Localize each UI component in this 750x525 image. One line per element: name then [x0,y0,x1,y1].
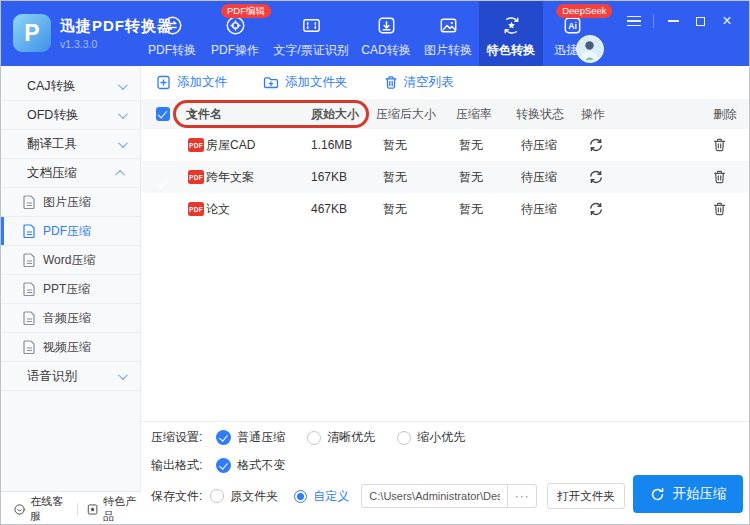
radio-empty-icon [307,431,321,445]
footer-label: 在线客服 [30,494,68,524]
compressed-size: 暂无 [383,201,407,218]
minimize-icon[interactable] [665,13,681,29]
check-circle-icon [216,458,231,473]
delete-trash-icon[interactable] [712,138,727,153]
clear-list-button[interactable]: 清空列表 [384,74,454,91]
option-original-folder[interactable]: 原文件夹 [210,488,278,505]
sidebar-item-pdf-compress[interactable]: PDF压缩 [1,217,140,246]
option-label: 普通压缩 [237,429,285,446]
file-toolbar: 添加文件 添加文件夹 清空列表 [156,66,454,99]
save-path-input[interactable] [361,484,507,508]
online-support-link[interactable]: 在线客服 [14,494,68,524]
footer-label: 特色产品 [103,494,141,524]
tab-label: 图片转换 [424,42,472,59]
refresh-icon[interactable] [588,169,604,185]
header-action: 操作 [581,106,605,123]
tab-image-convert[interactable]: 图片转换 [417,1,479,66]
button-label: 添加文件夹 [285,74,348,91]
sidebar-item-image-compress[interactable]: 图片压缩 [1,188,140,217]
pdf-file-icon: PDF [188,170,204,184]
header-delete: 删除 [713,106,737,123]
tab-pdf-edit[interactable]: PDF编辑 PDF操作 [203,1,267,66]
delete-trash-icon[interactable] [712,202,727,217]
sidebar-group-translate[interactable]: 翻译工具 [1,130,140,159]
main-panel: 添加文件 添加文件夹 清空列表 文件名 原始大小 压缩后 [141,66,750,525]
original-size: 167KB [311,170,347,184]
open-folder-button[interactable]: 打开文件夹 [547,483,625,509]
download-square-icon [375,14,398,37]
select-all-checkbox[interactable] [156,107,170,121]
table-header: 文件名 原始大小 压缩后大小 压缩率 转换状态 操作 删除 [141,99,750,129]
document-icon [23,224,36,238]
refresh-icon[interactable] [588,201,604,217]
save-path-group: ··· [361,484,537,508]
option-keep-format[interactable]: 格式不变 [216,457,285,474]
tab-label: 特色转换 [487,42,535,59]
refresh-circle-icon [650,487,665,502]
headset-smile-icon [14,503,25,516]
pdf-file-icon: PDF [188,138,204,152]
compressed-size: 暂无 [383,169,407,186]
sidebar-item-ppt-compress[interactable]: PPT压缩 [1,275,140,304]
tab-label: CAD转换 [361,42,410,59]
browse-ellipsis-button[interactable]: ··· [507,484,537,508]
option-label: 自定义 [313,488,349,505]
top-nav: PDF转换 PDF编辑 PDF操作 文字/票证识别 [141,1,601,66]
option-label: 原文件夹 [230,488,278,505]
document-icon [23,311,36,325]
sidebar-group-caj[interactable]: CAJ转换 [1,72,140,101]
user-avatar[interactable] [576,35,604,63]
original-size: 1.16MB [311,138,352,152]
document-icon [23,340,36,354]
table-row: PDF 跨年文案 167KB 暂无 暂无 待压缩 [141,161,750,193]
option-normal-compress[interactable]: 普通压缩 [216,429,285,446]
header-compressed-size: 压缩后大小 [376,106,436,123]
pdf-edit-badge: PDF编辑 [221,4,271,18]
sidebar: CAJ转换 OFD转换 翻译工具 文档压缩 图片压缩 [1,66,141,491]
settings-divider [141,421,750,422]
group-label: 翻译工具 [27,136,77,153]
app-logo-icon: P [13,14,51,52]
delete-trash-icon[interactable] [712,170,727,185]
refresh-icon[interactable] [588,137,604,153]
picture-icon [437,14,460,37]
compress-settings-label: 压缩设置: [151,429,202,446]
convert-status: 待压缩 [521,201,557,218]
compress-ratio: 暂无 [459,137,483,154]
featured-products-link[interactable]: 特色产品 [87,494,141,524]
option-clarity-first[interactable]: 清晰优先 [307,429,375,446]
sidebar-group-speech[interactable]: 语音识别 [1,362,140,391]
option-custom-folder[interactable]: 自定义 [294,488,349,505]
start-compress-button[interactable]: 开始压缩 [633,475,743,513]
header-original-size: 原始大小 [311,106,359,123]
option-label: 格式不变 [237,457,285,474]
output-format-label: 输出格式: [151,457,202,474]
button-label: 开始压缩 [673,485,727,503]
sidebar-item-audio-compress[interactable]: 音频压缩 [1,304,140,333]
sidebar-item-word-compress[interactable]: Word压缩 [1,246,140,275]
tab-ocr[interactable]: 文字/票证识别 [267,1,355,66]
sidebar-group-doc-compress[interactable]: 文档压缩 [1,159,140,188]
document-icon [23,282,36,296]
close-icon[interactable]: × [719,13,735,29]
sidebar-item-video-compress[interactable]: 视频压缩 [1,333,140,362]
sidebar-group-ofd[interactable]: OFD转换 [1,101,140,130]
window-controls: × [626,13,735,29]
tab-pdf-convert[interactable]: PDF转换 [141,1,203,66]
maximize-icon[interactable] [692,13,708,29]
document-icon [23,253,36,267]
file-name: 跨年文案 [206,169,254,186]
table-row: PDF 论文 467KB 暂无 暂无 待压缩 [141,193,750,225]
tab-special-convert[interactable]: 特色转换 [479,1,543,66]
option-label: 缩小优先 [417,429,465,446]
file-plus-icon [156,75,171,90]
option-size-first[interactable]: 缩小优先 [397,429,465,446]
save-file-label: 保存文件: [151,488,202,505]
tab-cad-convert[interactable]: CAD转换 [355,1,417,66]
add-file-button[interactable]: 添加文件 [156,74,227,91]
radio-empty-icon [397,431,411,445]
add-folder-button[interactable]: 添加文件夹 [263,74,348,91]
menu-icon[interactable] [626,13,642,29]
document-icon [23,195,36,209]
file-name: 房屋CAD [206,137,255,154]
